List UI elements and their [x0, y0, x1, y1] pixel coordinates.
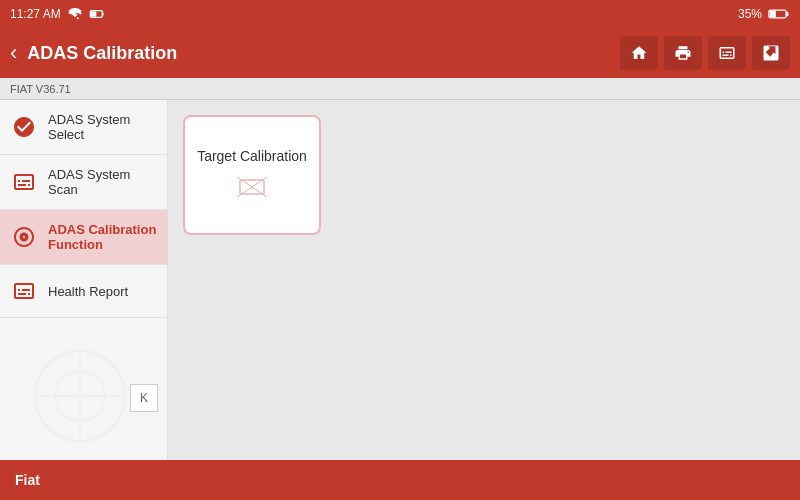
sidebar-label-health-report: Health Report [48, 284, 128, 299]
sidebar-item-adas-system-scan[interactable]: ADAS System Scan [0, 155, 167, 210]
target-calibration-card[interactable]: Target Calibration [183, 115, 321, 235]
print-button[interactable] [664, 36, 702, 70]
version-label: FIAT V36.71 [10, 83, 71, 95]
bottom-bar-label: Fiat [15, 472, 40, 488]
status-right: 35% [738, 7, 790, 21]
sidebar-item-adas-calibration-function[interactable]: ADAS Calibration Function [0, 210, 167, 265]
target-calibration-card-icon [232, 172, 272, 202]
sidebar: ADAS System Select ADAS System Scan ADAS… [0, 100, 168, 460]
collapse-button[interactable]: K [130, 384, 158, 412]
sidebar-item-adas-system-select[interactable]: ADAS System Select [0, 100, 167, 155]
adas-calibration-function-icon [10, 223, 38, 251]
export-button[interactable] [752, 36, 790, 70]
adas-button[interactable] [708, 36, 746, 70]
print-icon [674, 44, 692, 62]
sidebar-footer: K [130, 384, 158, 412]
main-layout: ADAS System Select ADAS System Scan ADAS… [0, 100, 800, 460]
svg-rect-4 [786, 12, 788, 17]
target-calibration-label: Target Calibration [197, 148, 307, 164]
home-icon [630, 44, 648, 62]
back-button[interactable]: ‹ [10, 40, 17, 66]
status-bar: 11:27 AM 35% [0, 0, 800, 28]
sidebar-label-adas-calibration-function: ADAS Calibration Function [48, 222, 157, 252]
sub-header: FIAT V36.71 [0, 78, 800, 100]
home-button[interactable] [620, 36, 658, 70]
adas-icon [718, 44, 736, 62]
health-report-icon [10, 277, 38, 305]
adas-system-scan-icon [10, 168, 38, 196]
export-icon [762, 44, 780, 62]
sidebar-label-adas-system-select: ADAS System Select [48, 112, 157, 142]
header-right [620, 36, 790, 70]
header-left: ‹ ADAS Calibration [10, 40, 177, 66]
svg-rect-1 [102, 13, 103, 16]
battery-icon [768, 8, 790, 20]
battery-device-icon [89, 8, 105, 20]
adas-system-select-icon [10, 113, 38, 141]
sidebar-item-health-report[interactable]: Health Report [0, 265, 167, 318]
wifi-icon [67, 8, 83, 20]
collapse-label: K [140, 391, 148, 405]
status-left: 11:27 AM [10, 7, 105, 21]
svg-rect-5 [770, 11, 776, 17]
time-display: 11:27 AM [10, 7, 61, 21]
header: ‹ ADAS Calibration [0, 28, 800, 78]
content-area: Target Calibration [168, 100, 800, 460]
bottom-bar: Fiat [0, 460, 800, 500]
svg-rect-2 [91, 11, 96, 16]
battery-level: 35% [738, 7, 762, 21]
page-title: ADAS Calibration [27, 43, 177, 64]
sidebar-label-adas-system-scan: ADAS System Scan [48, 167, 157, 197]
